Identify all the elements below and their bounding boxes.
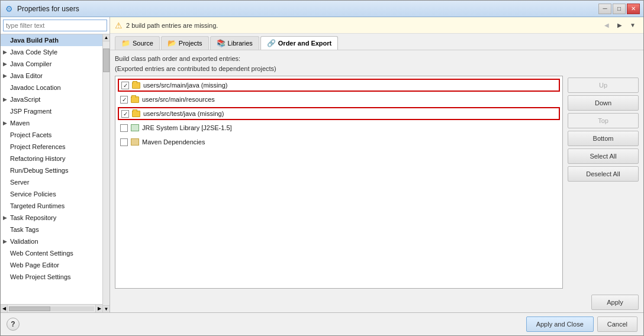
sidebar-item-web-project-settings[interactable]: Web Project Settings bbox=[1, 271, 102, 283]
expand-icon: ▶ bbox=[3, 215, 10, 221]
sidebar-item-refactoring-history[interactable]: Refactoring History bbox=[1, 153, 102, 164]
source-tab-icon: 📁 bbox=[121, 39, 130, 47]
sidebar-item-run-debug-settings[interactable]: Run/Debug Settings bbox=[1, 164, 102, 176]
nav-dropdown-button[interactable]: ▼ bbox=[627, 20, 639, 31]
sidebar-item-label: Java Code Style bbox=[10, 49, 57, 56]
expand-icon: ▶ bbox=[3, 73, 10, 79]
close-button[interactable]: ✕ bbox=[627, 4, 640, 14]
sidebar-item-label: Java Editor bbox=[10, 72, 43, 79]
dialog-action-buttons: Apply and Close Cancel bbox=[526, 316, 637, 332]
sidebar-item-web-content-settings[interactable]: Web Content Settings bbox=[1, 247, 102, 259]
sidebar-item-label: Run/Debug Settings bbox=[10, 167, 68, 174]
filter-input[interactable] bbox=[3, 20, 107, 31]
order-description: Build class path order and exported entr… bbox=[115, 54, 563, 73]
item-text-4: JRE System Library [J2SE-1.5] bbox=[142, 124, 232, 131]
up-button[interactable]: Up bbox=[568, 77, 639, 93]
item-checkbox-1[interactable] bbox=[121, 82, 129, 89]
order-item-3[interactable]: users/src/test/java (missing) bbox=[118, 107, 560, 120]
sidebar-item-validation[interactable]: ▶ Validation bbox=[1, 235, 102, 247]
tab-source[interactable]: 📁 Source bbox=[115, 36, 160, 50]
sidebar-item-java-build-path[interactable]: Java Build Path bbox=[1, 34, 102, 46]
forward-button[interactable]: ▶ bbox=[614, 20, 626, 31]
projects-tab-label: Projects bbox=[179, 40, 202, 47]
back-button[interactable]: ◀ bbox=[601, 20, 613, 31]
select-all-button[interactable]: Select All bbox=[568, 148, 639, 164]
bottom-button[interactable]: Bottom bbox=[568, 131, 639, 146]
sidebar-list: Java Build Path ▶ Java Code Style ▶ Java… bbox=[1, 34, 102, 304]
content-area: Java Build Path ▶ Java Code Style ▶ Java… bbox=[1, 17, 643, 312]
expand-icon: ▶ bbox=[3, 96, 10, 102]
item-checkbox-5[interactable] bbox=[120, 138, 128, 146]
tab-bar: 📁 Source 📂 Projects 📚 Libraries 🔗 Order … bbox=[110, 34, 643, 50]
order-item-4[interactable]: JRE System Library [J2SE-1.5] bbox=[118, 121, 560, 134]
item-checkbox-3[interactable] bbox=[121, 110, 129, 118]
tab-projects[interactable]: 📂 Projects bbox=[161, 36, 209, 50]
sidebar-item-java-editor[interactable]: ▶ Java Editor bbox=[1, 70, 102, 82]
minimize-button[interactable]: ─ bbox=[598, 4, 611, 14]
apply-area: Apply bbox=[110, 292, 643, 312]
sidebar-item-label: Java Build Path bbox=[10, 37, 59, 44]
sidebar-item-label: JSP Fragment bbox=[10, 108, 51, 115]
lib-icon bbox=[130, 137, 140, 147]
sidebar-item-targeted-runtimes[interactable]: Targeted Runtimes bbox=[1, 200, 102, 212]
help-label: ? bbox=[11, 320, 15, 328]
bottom-label: Bottom bbox=[593, 135, 614, 142]
right-action-buttons: Up Down Top Bottom Select All bbox=[568, 54, 639, 289]
apply-and-close-button[interactable]: Apply and Close bbox=[526, 316, 594, 332]
sidebar-item-label: Web Content Settings bbox=[10, 250, 73, 257]
sidebar-item-javascript[interactable]: ▶ JavaScript bbox=[1, 93, 102, 105]
item-text-2: users/src/main/resources bbox=[142, 96, 215, 103]
cancel-button[interactable]: Cancel bbox=[597, 316, 637, 332]
order-item-1[interactable]: users/src/main/java (missing) bbox=[118, 79, 560, 92]
item-text-3: users/src/test/java (missing) bbox=[143, 110, 224, 117]
down-button[interactable]: Down bbox=[568, 95, 639, 111]
item-text-5: Maven Dependencies bbox=[142, 138, 205, 146]
sidebar-scroll-container: Java Build Path ▶ Java Code Style ▶ Java… bbox=[1, 34, 110, 312]
tab-libraries[interactable]: 📚 Libraries bbox=[210, 36, 259, 50]
cancel-label: Cancel bbox=[607, 321, 627, 328]
folder-icon-3 bbox=[131, 109, 141, 118]
sidebar-item-label: Task Tags bbox=[10, 226, 39, 233]
libraries-tab-label: Libraries bbox=[228, 40, 253, 47]
sidebar-item-label: Validation bbox=[10, 238, 38, 245]
item-checkbox-4[interactable] bbox=[120, 124, 128, 132]
sidebar-item-java-compiler[interactable]: ▶ Java Compiler bbox=[1, 58, 102, 70]
order-item-2[interactable]: users/src/main/resources bbox=[118, 93, 560, 106]
sidebar-vscroll[interactable]: ▲ ▼ bbox=[102, 34, 110, 312]
dialog-bottom-bar: ? Apply and Close Cancel bbox=[1, 312, 643, 335]
sidebar-item-task-repository[interactable]: ▶ Task Repository bbox=[1, 212, 102, 224]
projects-tab-icon: 📂 bbox=[168, 39, 176, 47]
order-item-5[interactable]: Maven Dependencies bbox=[118, 135, 560, 148]
sidebar-item-label: Refactoring History bbox=[10, 155, 66, 162]
sidebar-filter-area bbox=[1, 17, 110, 34]
expand-icon: ▶ bbox=[3, 61, 10, 67]
sidebar-item-jsp-fragment[interactable]: JSP Fragment bbox=[1, 105, 102, 117]
sidebar-item-label: Task Repository bbox=[10, 214, 56, 221]
sidebar-item-project-facets[interactable]: Project Facets bbox=[1, 129, 102, 141]
sidebar-item-javadoc-location[interactable]: Javadoc Location bbox=[1, 82, 102, 93]
order-panel: Build class path order and exported entr… bbox=[115, 54, 563, 289]
navigation-buttons: ◀ ▶ ▼ bbox=[601, 20, 639, 31]
sidebar-item-server[interactable]: Server bbox=[1, 176, 102, 188]
sidebar-item-service-policies[interactable]: Service Policies bbox=[1, 188, 102, 200]
jre-icon bbox=[130, 123, 140, 133]
sidebar-item-label: Web Project Settings bbox=[10, 273, 71, 280]
sidebar-item-web-page-editor[interactable]: Web Page Editor bbox=[1, 259, 102, 271]
sidebar-item-project-references[interactable]: Project References bbox=[1, 141, 102, 153]
window-title: Properties for users bbox=[17, 5, 598, 13]
sidebar-item-maven[interactable]: ▶ Maven bbox=[1, 117, 102, 129]
sidebar-item-java-code-style[interactable]: ▶ Java Code Style bbox=[1, 46, 102, 58]
help-button[interactable]: ? bbox=[7, 318, 20, 331]
deselect-all-button[interactable]: Deselect All bbox=[568, 166, 639, 182]
tab-order-export[interactable]: 🔗 Order and Export bbox=[260, 36, 338, 50]
sidebar-item-task-tags[interactable]: Task Tags bbox=[1, 224, 102, 235]
sidebar-hscroll[interactable]: ◀ ▶ bbox=[1, 304, 102, 312]
maximize-button[interactable]: □ bbox=[613, 4, 626, 14]
expand-icon: ▶ bbox=[3, 238, 10, 244]
window-controls: ─ □ ✕ bbox=[598, 4, 640, 14]
sidebar: Java Build Path ▶ Java Code Style ▶ Java… bbox=[1, 17, 110, 312]
warning-bar: ⚠ 2 build path entries are missing. ◀ ▶ … bbox=[110, 17, 643, 34]
apply-button[interactable]: Apply bbox=[591, 295, 639, 310]
item-checkbox-2[interactable] bbox=[120, 96, 128, 104]
top-button[interactable]: Top bbox=[568, 113, 639, 128]
